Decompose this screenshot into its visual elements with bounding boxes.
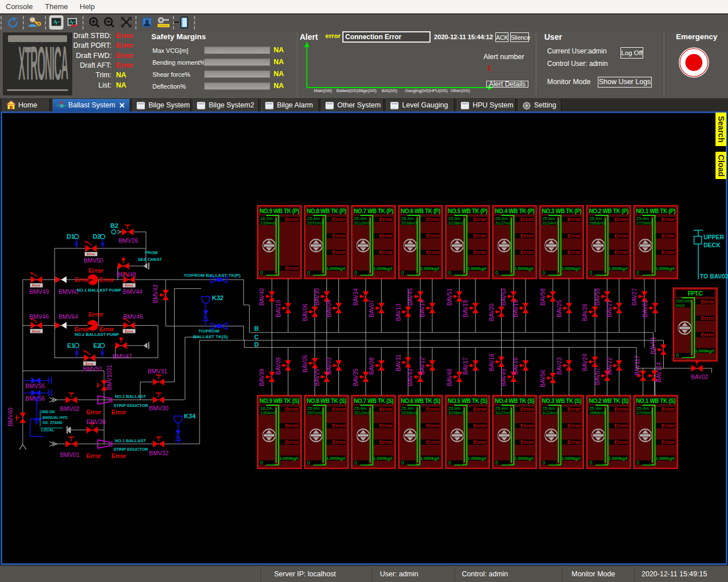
svg-text:Error: Error — [379, 249, 393, 255]
svg-text:Error: Error — [332, 406, 346, 412]
svg-text:Error: Error — [520, 439, 534, 445]
svg-text:NO.5 WB TK (S): NO.5 WB TK (S) — [448, 398, 487, 404]
svg-text:BAV59: BAV59 — [594, 288, 601, 306]
svg-text:1.000kg/l: 1.000kg/l — [514, 456, 533, 461]
svg-text:Error: Error — [86, 452, 101, 459]
svg-text:Error: Error — [426, 216, 440, 222]
svg-text:0: 0 — [354, 270, 357, 276]
svg-text:1.000kg/l: 1.000kg/l — [467, 456, 486, 461]
svg-text:1.000kg/l: 1.000kg/l — [420, 266, 440, 271]
svg-text:Error: Error — [614, 406, 628, 412]
svg-text:BMV47: BMV47 — [113, 353, 133, 360]
svg-text:BAV62: BAV62 — [642, 300, 648, 317]
svg-text:BAV29: BAV29 — [314, 368, 320, 386]
svg-text:1354m3: 1354m3 — [260, 410, 276, 415]
svg-text:NO.2 BALLAST: NO.2 BALLAST — [115, 394, 146, 399]
svg-text:Error: Error — [520, 406, 534, 412]
svg-text:1.000kg/l: 1.000kg/l — [695, 348, 714, 354]
svg-text:BAV14: BAV14 — [419, 300, 425, 317]
svg-text:0: 0 — [402, 270, 404, 276]
svg-text:3124m3: 3124m3 — [542, 221, 559, 226]
svg-text:BAV43: BAV43 — [407, 368, 413, 386]
svg-text:Error: Error — [285, 406, 299, 412]
svg-text:NO.3 WB TK (P): NO.3 WB TK (P) — [542, 208, 581, 214]
svg-text:BAV24: BAV24 — [582, 354, 588, 371]
svg-text:3112m3: 3112m3 — [354, 410, 370, 415]
svg-text:Error: Error — [614, 216, 628, 222]
svg-text:BMV30: BMV30 — [149, 405, 169, 411]
svg-text:LOCAL: LOCAL — [42, 428, 54, 432]
svg-text:STRIP EDUCTOR: STRIP EDUCTOR — [114, 447, 149, 452]
svg-text:2ND DK: 2ND DK — [42, 410, 56, 414]
svg-text:3238m3: 3238m3 — [448, 221, 465, 226]
svg-text:0: 0 — [636, 460, 639, 465]
svg-text:BAV39: BAV39 — [259, 368, 265, 386]
svg-text:3238m3: 3238m3 — [401, 221, 417, 226]
svg-text:ENV38: ENV38 — [86, 418, 105, 425]
svg-text:NO.5 WB TK (P): NO.5 WB TK (P) — [448, 208, 487, 214]
svg-text:BAV02: BAV02 — [691, 374, 709, 380]
svg-text:Error: Error — [111, 452, 126, 459]
svg-text:2968m3: 2968m3 — [589, 221, 606, 226]
svg-text:BAV18: BAV18 — [489, 354, 495, 371]
svg-text:Error: Error — [614, 439, 628, 445]
svg-text:Error: Error — [111, 409, 126, 415]
svg-text:1.000kg/l: 1.000kg/l — [326, 456, 345, 461]
svg-text:D1: D1 — [67, 233, 75, 240]
svg-text:Error: Error — [100, 276, 114, 283]
svg-text:Error: Error — [426, 422, 440, 429]
svg-text:BAV05: BAV05 — [302, 355, 308, 372]
svg-text:1.000kg/l: 1.000kg/l — [326, 266, 345, 271]
svg-text:1354m3: 1354m3 — [260, 221, 276, 226]
svg-text:BAV22: BAV22 — [606, 357, 613, 375]
svg-text:TO/FROM: TO/FROM — [198, 329, 220, 334]
svg-text:Error: Error — [125, 284, 134, 287]
svg-text:D2: D2 — [93, 233, 101, 240]
svg-text:3238m3: 3238m3 — [401, 410, 417, 415]
svg-text:1.000kg/l: 1.000kg/l — [609, 266, 628, 271]
svg-text:BAV20: BAV20 — [489, 304, 495, 321]
svg-text:Error: Error — [661, 406, 675, 412]
svg-text:BAV04: BAV04 — [326, 300, 332, 317]
svg-text:Error: Error — [85, 362, 94, 365]
svg-text:Error: Error — [285, 216, 299, 222]
svg-text:Error: Error — [332, 249, 346, 255]
svg-text:DK. STAND: DK. STAND — [43, 421, 63, 425]
svg-text:BAV35: BAV35 — [353, 368, 359, 386]
svg-text:Error: Error — [473, 216, 487, 222]
svg-text:BMV44: BMV44 — [123, 288, 143, 295]
svg-text:BAV48: BAV48 — [446, 368, 453, 386]
svg-text:NO.4 WB TK (P): NO.4 WB TK (P) — [495, 208, 534, 214]
svg-text:0: 0 — [543, 460, 545, 465]
svg-text:K32: K32 — [212, 294, 224, 301]
svg-text:NO.6 WB TK (P): NO.6 WB TK (P) — [401, 208, 440, 214]
svg-text:BMV50: BMV50 — [84, 257, 104, 264]
svg-text:BMV26: BMV26 — [119, 237, 139, 244]
svg-text:UPPER: UPPER — [704, 234, 725, 240]
svg-text:0: 0 — [307, 270, 310, 276]
svg-text:BMV64: BMV64 — [59, 313, 78, 320]
svg-text:Error: Error — [32, 330, 41, 333]
svg-text:BAV19: BAV19 — [462, 300, 469, 317]
svg-text:Error: Error — [567, 216, 581, 222]
svg-text:Error: Error — [332, 216, 346, 222]
svg-text:2071m3: 2071m3 — [307, 221, 324, 226]
svg-text:BMV32: BMV32 — [149, 450, 169, 456]
svg-text:STRIP EDUCTOR: STRIP EDUCTOR — [114, 403, 149, 408]
svg-text:BAV56: BAV56 — [540, 369, 546, 387]
svg-text:Error: Error — [661, 216, 675, 222]
svg-text:NO.2 WB TK (S): NO.2 WB TK (S) — [589, 398, 628, 404]
svg-text:Error: Error — [661, 232, 675, 239]
svg-text:Error: Error — [701, 315, 714, 321]
svg-text:3112m3: 3112m3 — [354, 221, 370, 226]
svg-text:1.000kg/l: 1.000kg/l — [655, 266, 675, 271]
svg-text:0: 0 — [307, 460, 310, 465]
svg-text:0m3: 0m3 — [676, 303, 685, 308]
svg-text:DECK: DECK — [704, 242, 721, 248]
svg-text:Error: Error — [661, 422, 675, 429]
svg-text:Error: Error — [285, 422, 299, 429]
svg-text:Error: Error — [379, 422, 393, 429]
svg-text:BAV13: BAV13 — [395, 304, 402, 321]
svg-text:BMV46: BMV46 — [30, 313, 49, 320]
svg-text:NO.4 WB TK (S): NO.4 WB TK (S) — [495, 398, 534, 404]
